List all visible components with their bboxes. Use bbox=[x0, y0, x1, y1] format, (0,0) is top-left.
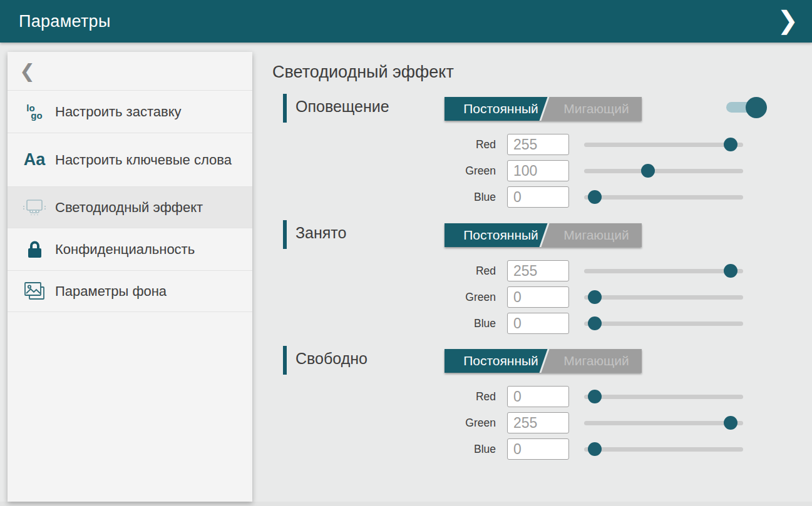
slider-track bbox=[584, 321, 743, 326]
channel-row: Green bbox=[272, 412, 812, 433]
channel-slider[interactable] bbox=[584, 186, 743, 208]
channel-slider[interactable] bbox=[584, 134, 743, 155]
section-accent-bar bbox=[283, 346, 287, 375]
channel-value-input[interactable] bbox=[507, 186, 569, 208]
slider-track bbox=[584, 421, 743, 425]
aa-icon: Aa bbox=[21, 150, 48, 170]
slider-track bbox=[584, 395, 743, 399]
channel-slider[interactable] bbox=[584, 260, 743, 281]
mode-option-blinking[interactable]: Мигающий bbox=[551, 97, 642, 121]
channel-slider[interactable] bbox=[584, 286, 743, 308]
led-section: Свободно Постоянный Мигающий Red Green B… bbox=[272, 346, 812, 471]
slider-thumb[interactable] bbox=[724, 264, 737, 278]
sidebar-item-4[interactable]: Конфиденциальность bbox=[8, 228, 252, 271]
channel-value-input[interactable] bbox=[507, 386, 569, 407]
mode-option-blinking[interactable]: Мигающий bbox=[551, 349, 642, 373]
slider-thumb[interactable] bbox=[724, 416, 737, 430]
channel-value-input[interactable] bbox=[507, 313, 569, 334]
channel-label: Red bbox=[402, 134, 496, 155]
images-icon bbox=[21, 281, 48, 301]
slider-thumb[interactable] bbox=[641, 164, 655, 178]
led-screen-icon bbox=[21, 198, 48, 218]
chevron-right-icon[interactable]: ❯ bbox=[777, 8, 798, 33]
content-title: Светодиодный эффект bbox=[272, 63, 454, 82]
slider-track bbox=[584, 295, 743, 300]
page-title: Параметры bbox=[19, 12, 111, 31]
channel-value-input[interactable] bbox=[507, 412, 569, 433]
section-title: Оповещение bbox=[296, 98, 389, 116]
channel-value-input[interactable] bbox=[507, 134, 569, 155]
slider-thumb[interactable] bbox=[724, 138, 737, 151]
channel-row: Blue bbox=[272, 186, 812, 208]
channel-label: Blue bbox=[402, 438, 496, 460]
channel-row: Red bbox=[272, 134, 812, 155]
slider-track bbox=[584, 143, 743, 147]
channel-value-input[interactable] bbox=[507, 260, 569, 281]
section-accent-bar bbox=[283, 94, 287, 123]
channel-label: Red bbox=[402, 260, 496, 281]
mode-option-blinking[interactable]: Мигающий bbox=[551, 223, 642, 247]
mode-toggle: Постоянный Мигающий bbox=[445, 349, 642, 373]
mode-option-constant[interactable]: Постоянный bbox=[451, 223, 551, 247]
slider-track bbox=[584, 269, 743, 273]
sidebar-item-list: logo Настроить заставку Aa Настроить клю… bbox=[8, 91, 252, 312]
channel-slider[interactable] bbox=[584, 160, 743, 181]
led-section: Оповещение Постоянный Мигающий Red Green… bbox=[272, 94, 812, 219]
sidebar-item-5[interactable]: Параметры фона bbox=[8, 271, 252, 312]
switch-knob bbox=[746, 97, 767, 118]
slider-thumb[interactable] bbox=[588, 390, 602, 403]
channel-row: Green bbox=[272, 286, 812, 308]
channel-slider[interactable] bbox=[584, 412, 743, 433]
slider-track bbox=[584, 447, 743, 452]
channel-value-input[interactable] bbox=[507, 286, 569, 308]
channel-label: Green bbox=[402, 160, 496, 181]
slider-thumb[interactable] bbox=[588, 190, 602, 204]
bottom-edge bbox=[0, 502, 812, 506]
slider-thumb[interactable] bbox=[588, 290, 602, 304]
sidebar-item-2[interactable]: Aa Настроить ключевые слова bbox=[8, 133, 252, 187]
channel-label: Red bbox=[402, 386, 496, 407]
back-button[interactable]: ❮ bbox=[8, 52, 252, 91]
led-section: Занято Постоянный Мигающий Red Green Blu… bbox=[272, 220, 812, 345]
logo-icon: logo bbox=[21, 104, 48, 119]
channel-label: Blue bbox=[402, 313, 496, 334]
channel-value-input[interactable] bbox=[507, 438, 569, 460]
channel-row: Green bbox=[272, 160, 812, 181]
sidebar-item-1[interactable]: logo Настроить заставку bbox=[8, 91, 252, 133]
channel-label: Green bbox=[402, 286, 496, 308]
main-content: Светодиодный эффект Оповещение Постоянны… bbox=[272, 0, 812, 506]
mode-toggle: Постоянный Мигающий bbox=[445, 223, 642, 247]
chevron-left-icon: ❮ bbox=[19, 62, 35, 81]
channel-slider[interactable] bbox=[584, 386, 743, 407]
section-title: Свободно bbox=[296, 350, 367, 368]
channel-slider[interactable] bbox=[584, 313, 743, 334]
sidebar-item-3[interactable]: Светодиодный эффект bbox=[8, 187, 252, 228]
channel-slider[interactable] bbox=[584, 438, 743, 460]
channel-label: Blue bbox=[402, 186, 496, 208]
led-enabled-switch[interactable] bbox=[724, 97, 791, 119]
section-accent-bar bbox=[283, 220, 287, 249]
channel-row: Blue bbox=[272, 438, 812, 460]
app-header: Параметры ❯ bbox=[0, 0, 812, 43]
channel-row: Red bbox=[272, 260, 812, 281]
section-title: Занято bbox=[296, 224, 346, 242]
channel-row: Blue bbox=[272, 313, 812, 334]
slider-track bbox=[584, 195, 743, 200]
slider-track bbox=[584, 169, 743, 173]
slider-thumb[interactable] bbox=[588, 316, 602, 330]
channel-label: Green bbox=[402, 412, 496, 433]
slider-thumb[interactable] bbox=[588, 442, 602, 456]
mode-option-constant[interactable]: Постоянный bbox=[451, 349, 551, 373]
settings-window: Параметры ❯ ❮ logo Настроить заставку Aa… bbox=[0, 0, 812, 506]
channel-value-input[interactable] bbox=[507, 160, 569, 181]
channel-row: Red bbox=[272, 386, 812, 407]
mode-toggle: Постоянный Мигающий bbox=[445, 97, 642, 121]
settings-sidebar: ❮ logo Настроить заставку Aa Настроить к… bbox=[8, 52, 252, 502]
lock-icon bbox=[21, 240, 48, 259]
mode-option-constant[interactable]: Постоянный bbox=[451, 97, 551, 121]
